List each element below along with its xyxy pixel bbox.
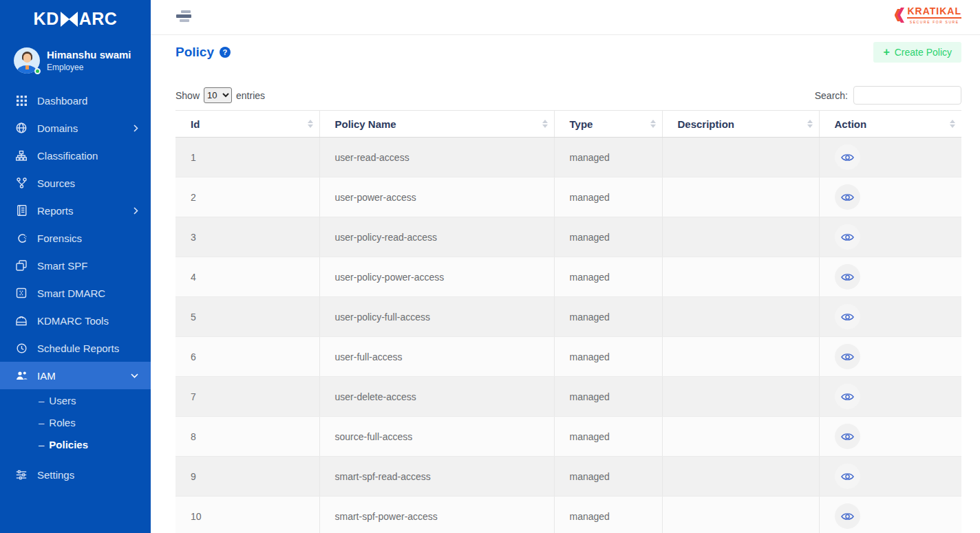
sidebar-toggle-icon[interactable]: [176, 10, 193, 22]
cell-policy-name: user-read-access: [319, 138, 554, 177]
cell-policy-name: user-policy-read-access: [319, 217, 554, 257]
kdmarc-logo[interactable]: KD ARC: [0, 0, 151, 29]
sidebar-item-sources[interactable]: Sources: [0, 169, 151, 197]
view-policy-button[interactable]: [835, 424, 860, 449]
sidebar-subitem-label: Users: [49, 395, 76, 406]
cell-id: 7: [175, 377, 319, 417]
cell-description: [662, 217, 819, 257]
brand-tagline: SECURE FOR SURE: [910, 20, 959, 24]
top-bar: KRATIKAL SECURE FOR SURE: [151, 0, 980, 35]
cell-id: 9: [175, 457, 319, 497]
copy-scan-icon: [15, 287, 28, 298]
sidebar-item-reports[interactable]: Reports: [0, 197, 151, 224]
sidebar-item-label: Settings: [37, 469, 74, 481]
sidebar-item-dashboard[interactable]: Dashboard: [0, 87, 151, 114]
eye-icon: [841, 193, 854, 202]
page-size-select[interactable]: 10: [204, 87, 232, 103]
view-policy-button[interactable]: [835, 184, 860, 210]
cell-policy-name: user-power-access: [319, 177, 554, 217]
view-policy-button[interactable]: [835, 464, 860, 489]
sidebar-item-label: Smart SPF: [37, 260, 87, 272]
cell-type: managed: [554, 457, 662, 497]
cell-policy-name: user-delete-access: [319, 377, 554, 417]
sidebar-item-label: IAM: [37, 370, 56, 382]
table-row: 7user-delete-accessmanaged: [175, 377, 961, 417]
sidebar-item-smart-spf[interactable]: Smart SPF: [0, 252, 151, 279]
cell-id: 3: [175, 217, 319, 257]
search-label: Search:: [815, 90, 848, 101]
eye-icon: [841, 512, 854, 521]
create-policy-button[interactable]: + Create Policy: [873, 42, 961, 63]
sidebar-item-settings[interactable]: Settings: [0, 461, 151, 488]
sidebar-item-iam[interactable]: IAM: [0, 362, 151, 389]
sidebar-item-kdmarc-tools[interactable]: KDMARC Tools: [0, 307, 151, 334]
policy-table-body: 1user-read-accessmanaged2user-power-acce…: [175, 138, 961, 533]
sort-icon: [950, 120, 955, 128]
cell-description: [662, 377, 819, 417]
sidebar-item-smart-dmarc[interactable]: Smart DMARC: [0, 279, 151, 307]
show-label: Show: [175, 90, 200, 101]
table-row: 3user-policy-read-accessmanaged: [175, 217, 961, 257]
cell-description: [662, 297, 819, 337]
view-policy-button[interactable]: [835, 503, 860, 529]
chevron-down-icon: [131, 373, 138, 378]
user-name: Himanshu swami: [47, 49, 131, 61]
kratikal-brand[interactable]: KRATIKAL SECURE FOR SURE: [895, 6, 961, 24]
table-row: 4user-policy-power-accessmanaged: [175, 257, 961, 297]
sidebar-item-domains[interactable]: Domains: [0, 114, 151, 142]
eye-icon: [841, 472, 854, 481]
cell-type: managed: [554, 497, 662, 533]
cell-id: 10: [175, 497, 319, 533]
view-policy-button[interactable]: [835, 384, 860, 409]
cell-policy-name: user-policy-full-access: [319, 297, 554, 337]
cell-action: [819, 257, 961, 297]
logo-text-suffix: ARC: [79, 9, 118, 29]
cell-action: [819, 497, 961, 533]
user-role: Employee: [47, 63, 131, 72]
online-status-dot: [34, 68, 41, 74]
eye-icon: [841, 153, 854, 162]
sidebar-item-schedule-reports[interactable]: Schedule Reports: [0, 334, 151, 362]
sidebar-item-classification[interactable]: Classification: [0, 142, 151, 169]
sidebar-item-label: Sources: [37, 177, 75, 189]
create-policy-label: Create Policy: [895, 47, 952, 58]
sidebar-item-label: KDMARC Tools: [37, 315, 109, 327]
sort-icon: [542, 120, 548, 128]
cell-description: [662, 138, 819, 177]
user-profile[interactable]: Himanshu swami Employee: [14, 47, 131, 74]
sidebar-item-users[interactable]: – Users: [0, 389, 151, 411]
globe-icon: [15, 122, 28, 133]
view-policy-button[interactable]: [835, 264, 860, 290]
search-input[interactable]: [853, 86, 961, 105]
column-header-id[interactable]: Id: [175, 111, 319, 138]
help-icon[interactable]: ?: [220, 47, 231, 58]
chevron-right-icon: [134, 124, 138, 132]
view-policy-button[interactable]: [835, 304, 860, 329]
cell-description: [662, 257, 819, 297]
column-header-type[interactable]: Type: [554, 111, 662, 138]
sidebar-item-label: Reports: [37, 205, 74, 217]
eye-icon: [841, 352, 854, 362]
sidebar-item-label: Forensics: [37, 232, 82, 244]
eye-icon: [841, 232, 854, 242]
cell-type: managed: [554, 297, 662, 337]
sidebar-item-label: Domains: [37, 122, 78, 134]
view-policy-button[interactable]: [835, 344, 860, 369]
sidebar-item-roles[interactable]: – Roles: [0, 411, 151, 433]
eye-icon: [841, 312, 854, 322]
cell-description: [662, 177, 819, 217]
sidebar-item-policies[interactable]: – Policies: [0, 433, 151, 455]
column-header-policy-name[interactable]: Policy Name: [319, 111, 554, 138]
column-header-description[interactable]: Description: [662, 111, 819, 138]
cell-id: 2: [175, 177, 319, 217]
cell-type: managed: [554, 377, 662, 417]
sidebar-item-label: Dashboard: [37, 95, 87, 107]
toolbox-icon: [15, 316, 28, 326]
view-policy-button[interactable]: [835, 224, 860, 250]
column-header-action[interactable]: Action: [819, 111, 961, 138]
view-policy-button[interactable]: [835, 144, 860, 170]
sidebar-subitem-label: Roles: [49, 417, 75, 428]
cell-type: managed: [554, 417, 662, 457]
cell-type: managed: [554, 257, 662, 297]
sidebar-item-forensics[interactable]: Forensics: [0, 224, 151, 252]
